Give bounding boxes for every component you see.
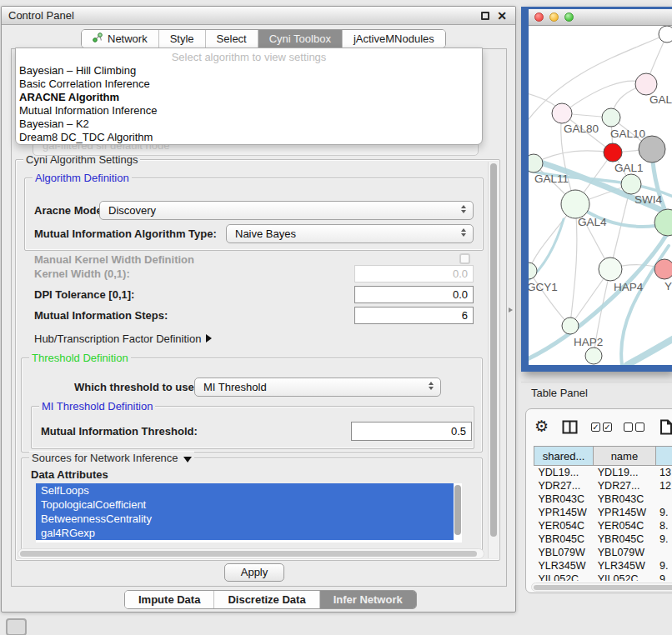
attribute-item[interactable]: SelfLoops — [36, 483, 454, 498]
table-cell[interactable]: YBR045C — [594, 532, 655, 546]
table-row[interactable]: YBL079WYBL079W — [534, 546, 672, 559]
table-cell[interactable]: 8. — [655, 519, 672, 532]
deselect-all-icon[interactable] — [624, 422, 644, 432]
apply-button[interactable]: Apply — [224, 563, 284, 582]
column-header-name[interactable]: name — [594, 447, 655, 466]
table-cell[interactable]: YBL079W — [594, 546, 655, 559]
table-cell[interactable]: YER054C — [594, 519, 655, 532]
network-node-gcy1[interactable] — [529, 262, 537, 279]
tab-style[interactable]: Style — [158, 30, 205, 48]
column-header-partial[interactable] — [655, 447, 672, 466]
table-row[interactable]: YBR043CYBR043C — [534, 492, 672, 506]
table-cell[interactable]: 9. — [655, 506, 672, 519]
table-cell[interactable] — [655, 492, 672, 506]
tab-select[interactable]: Select — [205, 30, 258, 48]
algorithm-option[interactable]: Basic Correlation Inference — [16, 78, 482, 91]
network-node-y[interactable] — [654, 259, 672, 279]
algorithm-option[interactable]: Bayesian – K2 — [16, 118, 482, 131]
tab-cyni-toolbox[interactable]: Cyni Toolbox — [258, 30, 342, 48]
table-row[interactable]: YPR145WYPR145W9. — [534, 506, 672, 519]
tab-impute-data[interactable]: Impute Data — [125, 591, 213, 608]
table-cell[interactable]: YIL052C — [534, 572, 594, 582]
minimize-traffic-light-icon[interactable] — [549, 12, 559, 22]
splitter-arrow-icon[interactable] — [509, 308, 513, 312]
network-canvas[interactable]: GALGAL80GAL10GAL1GAL11SWI4GAL4GCY1HAP4YH… — [529, 26, 672, 365]
table-cell[interactable]: YBR043C — [594, 492, 655, 506]
table-cell[interactable]: 9. — [655, 532, 672, 546]
zoom-traffic-light-icon[interactable] — [564, 12, 574, 22]
algorithm-option[interactable]: Bayesian – Hill Climbing — [16, 64, 482, 78]
kernel-width-field[interactable]: 0.0 — [354, 265, 474, 282]
network-node-gal10[interactable] — [602, 108, 620, 127]
settings-scrollbar[interactable] — [488, 162, 498, 558]
close-icon[interactable]: ✕ — [497, 7, 507, 25]
column-header-shared-name[interactable]: shared... — [534, 447, 594, 466]
table-cell[interactable]: YDL19... — [534, 466, 594, 479]
network-node-gal1[interactable] — [604, 143, 622, 162]
table-cell[interactable]: YBR043C — [534, 492, 594, 506]
algorithm-option[interactable]: Mutual Information Inference — [16, 104, 482, 118]
table-cell[interactable]: YDR27... — [534, 479, 594, 492]
table-cell[interactable]: 13 — [655, 466, 672, 479]
algorithm-option[interactable]: ARACNE Algorithm — [16, 91, 482, 104]
network-node-swi4[interactable] — [621, 174, 641, 194]
algorithm-option[interactable]: Dream8 DC_TDC Algorithm — [16, 131, 482, 144]
aracne-mode-select[interactable]: Discovery — [99, 201, 474, 220]
table-cell[interactable]: 9. — [655, 559, 672, 572]
network-node-hap2[interactable] — [562, 318, 579, 334]
minimized-panel-chip[interactable] — [6, 618, 27, 635]
network-node[interactable] — [585, 348, 602, 364]
table-cell[interactable]: YLR345W — [594, 559, 655, 572]
toggle-column-panel-icon[interactable] — [562, 420, 578, 434]
table-cell[interactable]: YBR045C — [534, 532, 594, 546]
network-node-hap4[interactable] — [599, 258, 622, 281]
table-cell[interactable]: YLR345W — [534, 559, 594, 572]
which-threshold-select[interactable]: MI Threshold — [194, 378, 441, 397]
file-icon[interactable] — [659, 419, 672, 435]
attribute-item[interactable]: TopologicalCoefficient — [36, 498, 454, 512]
table-row[interactable]: YER054CYER054C8. — [534, 519, 672, 532]
float-window-icon[interactable] — [481, 12, 489, 20]
table-cell[interactable] — [655, 546, 672, 559]
table-cell[interactable]: 9 — [655, 572, 672, 582]
table-row[interactable]: YLR345WYLR345W9. — [534, 559, 672, 572]
settings-hscrollbar[interactable] — [18, 548, 484, 559]
network-node[interactable] — [654, 209, 672, 236]
table-row[interactable]: YBR045CYBR045C9. — [534, 532, 672, 546]
manual-kernel-checkbox[interactable] — [459, 253, 470, 264]
table-cell[interactable]: YBL079W — [534, 546, 594, 559]
gear-icon[interactable]: ⚙ — [534, 416, 549, 438]
network-node-gal11[interactable] — [529, 154, 543, 172]
table-row[interactable]: YDR27...YDR27...12 — [534, 479, 672, 492]
select-all-icon[interactable]: ✓✓ — [591, 422, 612, 432]
network-node-gal80[interactable] — [552, 103, 572, 123]
table-cell[interactable]: YPR145W — [534, 506, 594, 519]
table-cell[interactable]: YER054C — [534, 519, 594, 532]
mi-threshold-field[interactable]: 0.5 — [351, 422, 472, 441]
network-window-titlebar[interactable] — [529, 9, 672, 26]
table-hscrollbar[interactable] — [531, 582, 672, 592]
tab-jactivemnodules[interactable]: jActiveMNodules — [342, 30, 445, 48]
table-row[interactable]: YIL052CYIL052C9 — [534, 572, 672, 582]
tab-infer-network[interactable]: Infer Network — [319, 591, 416, 608]
mi-algorithm-type-select[interactable]: Naive Bayes — [226, 224, 474, 243]
table-cell[interactable]: YDR27... — [594, 479, 655, 492]
attributes-scrollbar[interactable] — [454, 485, 461, 535]
mi-steps-field[interactable]: 6 — [354, 307, 474, 324]
network-node-gal[interactable] — [635, 73, 657, 95]
dpi-tolerance-field[interactable]: 0.0 — [354, 286, 474, 303]
sources-group-title[interactable]: Sources for Network Inference — [29, 452, 194, 464]
tab-network[interactable]: Network — [82, 30, 158, 48]
table-cell[interactable]: YPR145W — [594, 506, 655, 519]
tab-discretize-data[interactable]: Discretize Data — [213, 591, 318, 608]
table-row[interactable]: YDL19...YDL19...13 — [534, 466, 672, 479]
close-traffic-light-icon[interactable] — [534, 12, 544, 22]
hub-definition-toggle[interactable]: Hub/Transcription Factor Definition — [34, 332, 212, 345]
attribute-item[interactable]: BetweennessCentrality — [36, 512, 454, 526]
table-cell[interactable]: YIL052C — [594, 572, 655, 582]
attribute-item[interactable]: gal4RGexp — [36, 526, 454, 540]
network-node[interactable] — [659, 26, 672, 42]
table-cell[interactable]: YDL19... — [594, 466, 655, 479]
table-cell[interactable]: 12 — [655, 479, 672, 492]
network-node-gal4[interactable] — [561, 190, 589, 218]
